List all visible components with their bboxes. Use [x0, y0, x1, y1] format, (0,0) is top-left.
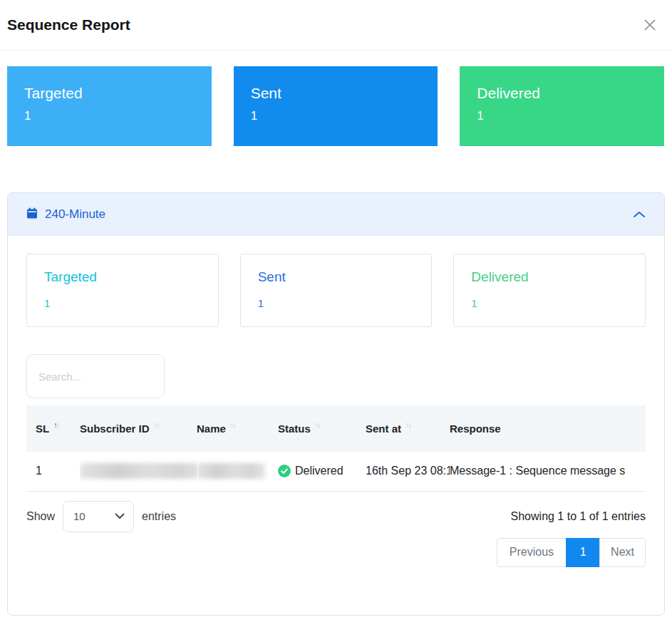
showing-entries-text: Showing 1 to 1 of 1 entries [511, 510, 646, 523]
table-header-row: SL↑↓ Subscriber ID↑↓ Name↑↓ Status↑↓ Sen [26, 405, 646, 452]
status-badge: Delivered [295, 465, 343, 477]
stat-card-label: Targeted [44, 269, 218, 285]
page-title: Sequence Report [7, 16, 130, 33]
previous-page-button[interactable]: Previous [497, 538, 567, 567]
accordion-title: 240-Minute [45, 207, 105, 222]
cell-sl: 1 [26, 452, 80, 491]
search-input[interactable] [26, 354, 165, 398]
cell-response: Message-1 : Sequence message s [450, 452, 646, 491]
show-label: Show [26, 510, 55, 523]
stat-card-value: 1 [471, 297, 645, 309]
column-header-name[interactable]: Name↑↓ [197, 405, 278, 452]
table-row: 1 Delivered [26, 452, 646, 491]
page-size-group: Show 10 entries [26, 501, 176, 532]
cell-name [197, 452, 278, 491]
column-header-status[interactable]: Status↑↓ [278, 405, 366, 452]
close-icon[interactable] [639, 14, 661, 36]
entries-label: entries [142, 510, 176, 523]
page-size-value: 10 [73, 510, 86, 522]
sort-icon: ↑↓ [405, 420, 410, 429]
table-footer: Show 10 entries Showing 1 to 1 of 1 entr… [26, 501, 646, 532]
column-header-subscriber-id[interactable]: Subscriber ID↑↓ [80, 405, 197, 452]
sort-icon: ↑↓ [230, 420, 235, 429]
stat-card-value: 1 [258, 297, 432, 309]
stat-card-label: Delivered [471, 269, 645, 285]
chevron-up-icon[interactable] [633, 210, 646, 219]
next-page-button[interactable]: Next [599, 538, 646, 567]
column-header-response: Response [450, 405, 646, 452]
sort-icon: ↑↓ [315, 420, 320, 429]
summary-card-label: Delivered [477, 85, 664, 102]
summary-card-value: 1 [251, 109, 438, 123]
accordion-body: Targeted 1 Sent 1 Delivered 1 [8, 236, 664, 615]
column-header-sent-at[interactable]: Sent at↑↓ [366, 405, 450, 452]
summary-card-value: 1 [24, 109, 212, 123]
step-stat-cards-row: Targeted 1 Sent 1 Delivered 1 [26, 254, 646, 327]
summary-card-value: 1 [477, 109, 664, 123]
stat-card-sent: Sent 1 [240, 254, 433, 327]
chevron-down-icon [115, 513, 125, 519]
pagination: Previous 1 Next [26, 538, 646, 567]
sequence-report-modal: Sequence Report Targeted 1 Sent 1 Delive… [0, 0, 672, 616]
stat-card-value: 1 [44, 297, 218, 309]
redacted-name [197, 463, 265, 479]
calendar-icon [26, 207, 38, 222]
sequence-step-panel: 240-Minute Targeted 1 Sent 1 Delivered 1 [7, 192, 665, 616]
summary-card-sent: Sent 1 [234, 66, 438, 146]
summary-card-delivered: Delivered 1 [460, 66, 664, 146]
stat-card-delivered: Delivered 1 [453, 254, 646, 327]
cell-subscriber-id [80, 452, 197, 491]
summary-card-label: Targeted [24, 85, 212, 102]
summary-cards-row: Targeted 1 Sent 1 Delivered 1 [7, 66, 664, 146]
accordion-header[interactable]: 240-Minute [8, 193, 664, 236]
modal-header: Sequence Report [0, 0, 672, 51]
cell-status: Delivered [278, 452, 366, 491]
page-1-button[interactable]: 1 [566, 538, 600, 567]
check-circle-icon [278, 465, 291, 477]
stat-card-label: Sent [258, 269, 432, 285]
redacted-subscriber-id [80, 463, 197, 479]
column-header-sl[interactable]: SL↑↓ [26, 405, 80, 452]
stat-card-targeted: Targeted 1 [26, 254, 219, 327]
report-table: SL↑↓ Subscriber ID↑↓ Name↑↓ Status↑↓ Sen [26, 405, 646, 492]
sort-icon: ↑↓ [154, 420, 159, 429]
summary-card-label: Sent [251, 85, 438, 102]
sort-icon: ↑↓ [53, 420, 58, 429]
summary-card-targeted: Targeted 1 [7, 66, 212, 146]
page-size-select[interactable]: 10 [63, 501, 134, 532]
cell-sent-at: 16th Sep 23 08:18 [366, 452, 450, 491]
